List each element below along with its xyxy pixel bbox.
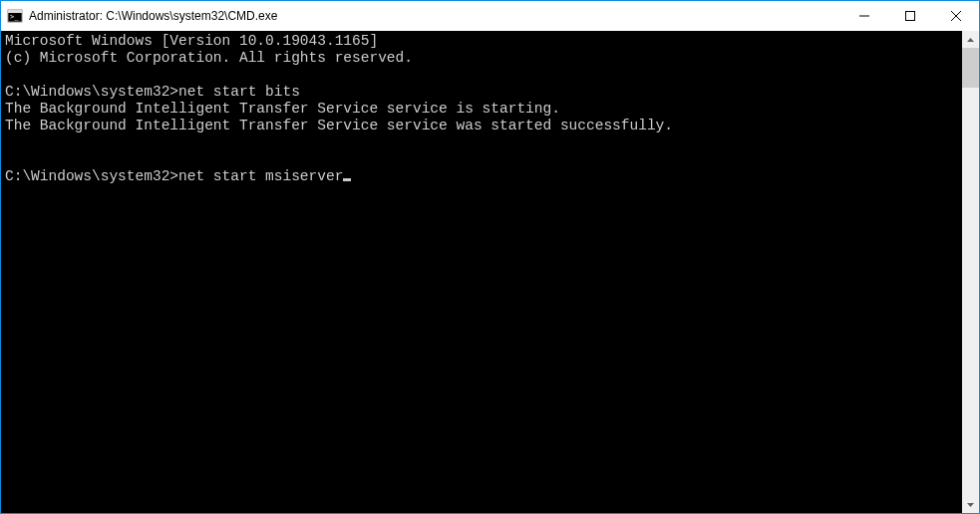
output-line: The Background Intelligent Transfer Serv… (5, 101, 560, 117)
minimize-button[interactable] (841, 1, 887, 31)
terminal-area: Microsoft Windows [Version 10.0.19043.11… (1, 31, 979, 513)
terminal-output[interactable]: Microsoft Windows [Version 10.0.19043.11… (1, 31, 962, 513)
prompt-line-2: C:\Windows\system32>net start msiserver (5, 168, 351, 184)
scroll-thumb[interactable] (962, 48, 979, 88)
cmd-window: >_ Administrator: C:\Windows\system32\CM… (0, 0, 980, 514)
prompt-line-1: C:\Windows\system32>net start bits (5, 84, 300, 100)
version-line: Microsoft Windows [Version 10.0.19043.11… (5, 33, 378, 49)
prompt-path: C:\Windows\system32> (5, 168, 178, 184)
cursor (343, 178, 351, 181)
svg-marker-7 (967, 38, 974, 42)
vertical-scrollbar[interactable] (962, 31, 979, 513)
maximize-button[interactable] (887, 1, 933, 31)
window-title: Administrator: C:\Windows\system32\CMD.e… (29, 9, 841, 23)
svg-rect-4 (906, 12, 915, 21)
scroll-up-arrow[interactable] (962, 31, 979, 48)
close-button[interactable] (933, 1, 979, 31)
command-text: net start bits (178, 84, 300, 100)
window-controls (841, 1, 979, 31)
cmd-icon: >_ (7, 8, 23, 24)
scroll-down-arrow[interactable] (962, 496, 979, 513)
copyright-line: (c) Microsoft Corporation. All rights re… (5, 50, 413, 66)
scroll-track[interactable] (962, 48, 979, 496)
command-text: net start msiserver (178, 168, 343, 184)
output-line: The Background Intelligent Transfer Serv… (5, 118, 673, 133)
titlebar[interactable]: >_ Administrator: C:\Windows\system32\CM… (1, 1, 979, 31)
prompt-path: C:\Windows\system32> (5, 84, 178, 100)
svg-marker-8 (967, 503, 974, 507)
svg-text:>_: >_ (10, 13, 19, 21)
